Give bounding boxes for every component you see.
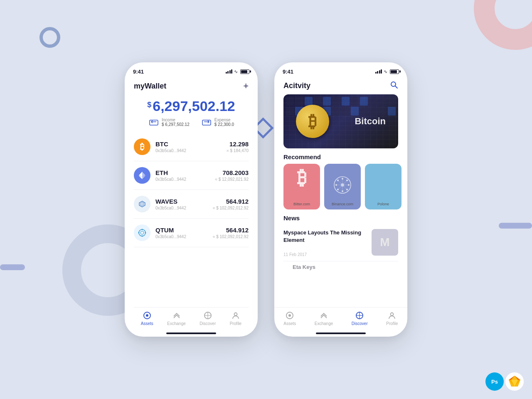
svg-point-11 <box>139 229 145 236</box>
svg-point-44 <box>391 313 394 316</box>
recommend-section-title: Recommend <box>274 153 407 164</box>
qtum-usd: ≈ $ 102,092,012.92 <box>213 234 249 239</box>
news-item-1[interactable]: Myspace Layouts The Missing Element 11 F… <box>283 225 398 261</box>
svg-marker-5 <box>139 172 142 177</box>
btc-info: BTC 0x3b5ca0...9442 <box>155 140 227 153</box>
svg-point-16 <box>145 232 146 234</box>
svg-marker-10 <box>141 204 143 204</box>
add-button[interactable]: + <box>243 81 249 91</box>
news-thumb-1: M <box>372 229 398 256</box>
bitcoin-card-icon: ₿ <box>297 166 307 189</box>
qtum-name: QTUM <box>155 227 213 234</box>
svg-point-14 <box>142 236 143 237</box>
crypto-item-eth[interactable]: ETH 0x3b5ca0...9442 708.2003 ≈ $ 12,092,… <box>134 161 249 190</box>
balance-value: 6,297,502.12 <box>153 98 235 114</box>
nav-assets-label-2: Assets <box>283 321 296 326</box>
home-indicator-2 <box>316 332 366 334</box>
svg-point-13 <box>142 229 143 230</box>
nav-profile-label-2: Profile <box>386 321 398 326</box>
nav-exchange-label-2: Exchange <box>315 321 333 326</box>
qtum-address: 0x3b5ca0...9442 <box>155 234 213 239</box>
assets-icon <box>143 311 152 320</box>
btc-usd: ≈ $ 184,470 <box>227 148 249 153</box>
phones-wrapper: 9:41 ∿ myWallet + <box>0 0 532 399</box>
wifi-icon-2: ∿ <box>384 69 387 74</box>
crypto-item-waves[interactable]: WAVES 0x3b5ca0...9442 564.912 ≈ $ 102,09… <box>134 190 249 219</box>
expense-stat: Expense $ 22,300.0 <box>201 118 234 127</box>
income-value: $ 6,297,502.12 <box>162 122 190 127</box>
search-button[interactable] <box>390 81 398 91</box>
nav-profile-2[interactable]: Profile <box>386 311 398 326</box>
waves-address: 0x3b5ca0...9442 <box>155 206 213 210</box>
recommend-card-bitcoin[interactable]: ₿ Bitter.com <box>283 164 320 209</box>
bitcoin-coin: ₿ <box>296 105 329 138</box>
assets-icon-2 <box>285 311 294 320</box>
waves-info: WAVES 0x3b5ca0...9442 <box>155 198 213 210</box>
nav-exchange-1[interactable]: Exchange <box>167 311 185 326</box>
nav-assets-label-1: Assets <box>141 321 153 326</box>
balance-section: $ 6,297,502.12 Income <box>134 94 249 133</box>
wallet-title: myWallet <box>134 82 166 91</box>
waves-amount: 564.912 <box>213 198 249 205</box>
svg-point-18 <box>146 314 148 317</box>
nav-exchange-2[interactable]: Exchange <box>315 311 333 326</box>
svg-line-24 <box>395 86 397 88</box>
income-icon <box>148 118 159 126</box>
svg-text:Ps: Ps <box>491 379 498 385</box>
exchange-icon-2 <box>319 311 328 320</box>
crypto-item-qtum[interactable]: QTUM 0x3b5ca0...9442 564.912 ≈ $ 102,092… <box>134 219 249 247</box>
expense-icon <box>201 118 212 126</box>
signal-icon <box>226 69 233 74</box>
news-headline-1: Myspace Layouts The Missing Element <box>283 229 367 244</box>
recommend-card-polone[interactable]: Polone <box>365 164 401 209</box>
battery-icon-2 <box>390 69 399 74</box>
nav-exchange-label-1: Exchange <box>167 321 185 326</box>
news-section: Myspace Layouts The Missing Element 11 F… <box>274 225 407 307</box>
nav-discover-2[interactable]: Discover <box>352 311 368 326</box>
qtum-amount: 564.912 <box>213 227 249 234</box>
qtum-icon <box>134 224 150 241</box>
news-date-1: 11 Feb 2017 <box>283 252 367 257</box>
recommend-scroll: ₿ Bitter.com <box>274 164 407 214</box>
discover-icon-2 <box>355 311 364 320</box>
nav-discover-label-1: Discover <box>200 321 216 326</box>
qtum-info: QTUM 0x3b5ca0...9442 <box>155 227 213 239</box>
income-stat: Income $ 6,297,502.12 <box>148 118 190 127</box>
nav-discover-label-2: Discover <box>352 321 368 326</box>
expense-label: Expense <box>214 118 234 122</box>
eth-amount: 708.2003 <box>215 169 249 176</box>
balance-stats: Income $ 6,297,502.12 <box>134 118 249 127</box>
crypto-item-btc[interactable]: ₿ BTC 0x3b5ca0...9442 12.298 ≈ $ 184,470 <box>134 133 249 161</box>
waves-usd: ≈ $ 102,092,012.92 <box>213 206 249 210</box>
exchange-icon <box>172 311 181 320</box>
bottom-nav-2: Assets Exchange <box>274 307 407 331</box>
news-item-2-partial[interactable]: Eta Keys <box>283 261 398 273</box>
recommend-card-binance[interactable]: Binance.com <box>324 164 361 209</box>
discover-header: Acitvity <box>274 77 407 94</box>
eth-name: ETH <box>155 169 215 176</box>
btc-amount: 12.298 <box>227 140 249 148</box>
activity-image: ₿ Bitcoin <box>283 94 398 148</box>
battery-icon <box>240 69 249 74</box>
nav-assets-2[interactable]: Assets <box>283 311 296 326</box>
status-bar-2: 9:41 ∿ <box>274 62 407 77</box>
bottom-nav-1: Assets Exchange <box>134 307 249 331</box>
nav-discover-1[interactable]: Discover <box>200 311 216 326</box>
svg-point-38 <box>341 183 344 187</box>
nav-assets-1[interactable]: Assets <box>141 311 153 326</box>
status-bar-1: 9:41 ∿ <box>125 62 258 77</box>
btc-address: 0x3b5ca0...9442 <box>155 148 227 153</box>
nav-profile-1[interactable]: Profile <box>230 311 241 326</box>
crypto-list: ₿ BTC 0x3b5ca0...9442 12.298 ≈ $ 184,470 <box>134 133 249 307</box>
news-thumb-icon-1: M <box>372 229 398 256</box>
svg-point-12 <box>140 231 144 234</box>
expense-info: Expense $ 22,300.0 <box>214 118 234 127</box>
news-section-title: News <box>274 214 407 225</box>
waves-icon <box>134 196 150 212</box>
bg-decoration-rect-left <box>0 264 25 270</box>
sketch-logo <box>505 372 524 391</box>
wallet-header: myWallet + <box>134 77 249 94</box>
btc-name: BTC <box>155 140 227 148</box>
signal-icon-2 <box>375 69 382 74</box>
waves-name: WAVES <box>155 198 213 205</box>
